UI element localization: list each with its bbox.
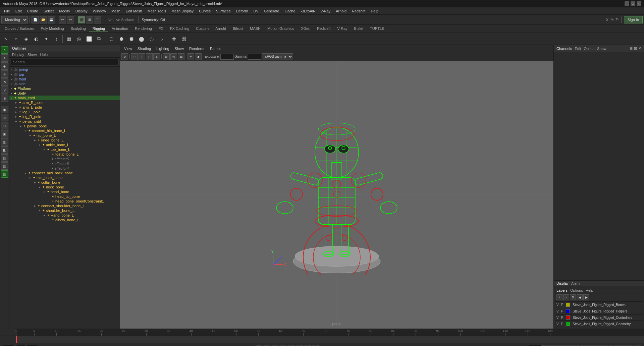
tree-item[interactable]: ✦head_tip_bone [9, 194, 120, 199]
tab-channels[interactable]: Channels [556, 47, 572, 51]
shelf-joint[interactable]: ✦ [42, 34, 51, 44]
layer-item[interactable]: V P Steve_Jobs_Figure_Rigged_Bones [555, 302, 643, 308]
tree-item[interactable]: ▸◆Platform [9, 86, 120, 91]
menu-3dtoall[interactable]: -3DtoAll- [298, 8, 318, 14]
delete-layer-btn[interactable]: - [563, 294, 569, 300]
menu-cache[interactable]: Cache [282, 8, 298, 14]
menu-generate[interactable]: Generate [261, 8, 282, 14]
tab-poly-modeling[interactable]: Poly Modeling [37, 25, 67, 32]
layer-p[interactable]: P [561, 303, 564, 307]
vp-menu-view[interactable]: View [121, 46, 135, 51]
menu-edit[interactable]: Edit [13, 8, 24, 14]
shelf-sphere[interactable]: ◎ [74, 34, 84, 44]
menu-mesh-tools[interactable]: Mesh Tools [145, 8, 169, 14]
tab-display[interactable]: Display [556, 281, 569, 285]
tab-sculpting[interactable]: Sculpting [67, 25, 89, 32]
nd-editor[interactable]: ▦ [1, 170, 8, 178]
tab-motion-graphics[interactable]: Motion Graphics [264, 25, 298, 32]
tab-anim[interactable]: Anim [571, 281, 580, 285]
shelf-box-sel[interactable]: ▦ [64, 34, 73, 44]
scale-tool[interactable]: ⤢ [1, 86, 8, 94]
tree-item[interactable]: ●effector5 [9, 157, 120, 161]
menu-modify[interactable]: Modify [56, 8, 72, 14]
menu-file[interactable]: File [1, 8, 13, 14]
layer-options-btn[interactable]: ⚙ [570, 294, 576, 300]
tab-rigging[interactable]: Rigging [89, 25, 108, 32]
menu-deform[interactable]: Deform [233, 8, 251, 14]
rp-icon-float[interactable]: ⊡ [634, 46, 637, 51]
vp-top[interactable]: T [139, 53, 145, 60]
tree-item[interactable]: ▸✦knee_bone_L [9, 138, 120, 142]
tab-bullet[interactable]: Bullet [351, 25, 367, 32]
open-button[interactable]: 📂 [40, 16, 47, 23]
anim-prefs-btn[interactable]: ⚙ [635, 345, 641, 346]
vp-side[interactable]: S [153, 53, 160, 60]
gamma-profile-select[interactable]: sRGB gamma [262, 53, 293, 60]
tree-item[interactable]: ▸🎥top [9, 72, 120, 77]
timeline-scrub[interactable] [16, 336, 550, 343]
layers-tab[interactable]: Layers [556, 288, 568, 292]
tree-item[interactable]: ▸◆Body [9, 91, 120, 96]
vp-menu-renderer[interactable]: Renderer [186, 46, 207, 51]
play-btn[interactable]: ▶ [280, 345, 286, 346]
tree-item[interactable]: ▸✦main_cntrl [9, 96, 120, 100]
vp-menu-shading[interactable]: Shading [135, 46, 154, 51]
trax-editor[interactable]: ▤ [1, 154, 8, 162]
prev-key-btn[interactable]: |◀ [264, 345, 270, 346]
vp-front[interactable]: F [146, 53, 153, 60]
tab-mash[interactable]: MASH [247, 25, 264, 32]
snap-curve-button[interactable]: ⌒ [94, 16, 101, 23]
vp-smooth[interactable]: ◎ [170, 53, 177, 60]
vp-menu-panels[interactable]: Panels [207, 46, 224, 51]
tree-item[interactable]: ▸🎥persp [9, 67, 120, 72]
vp-textured[interactable]: ▦ [178, 53, 184, 60]
tree-item[interactable]: ▸✦arm_R_pole [9, 100, 120, 105]
shelf-weight[interactable]: ⬣ [127, 34, 136, 44]
outliner-menu-show[interactable]: Show [28, 53, 37, 57]
shelf-deform[interactable]: ⬦ [157, 34, 166, 44]
frame-start-input[interactable]: 1 [3, 345, 15, 346]
layer-p[interactable]: P [561, 322, 564, 326]
tree-item[interactable]: ▸🎥front [9, 77, 120, 81]
tab-fx-caching[interactable]: FX Caching [167, 25, 193, 32]
tree-item[interactable]: ▸🎥side [9, 81, 120, 86]
menu-window[interactable]: Window [90, 8, 109, 14]
tab-custom[interactable]: Custom [193, 25, 212, 32]
frame-current-input[interactable]: 1 [16, 345, 25, 346]
tab-arnold[interactable]: Arnold [212, 25, 229, 32]
soft-sel[interactable]: ◉ [1, 106, 8, 113]
show-manipulator[interactable]: ⊕ [1, 95, 8, 102]
layer-v[interactable]: V [556, 316, 559, 320]
menu-create[interactable]: Create [24, 8, 41, 14]
history[interactable]: ⊡ [1, 122, 8, 129]
fps-select[interactable]: 24 fps [614, 345, 633, 346]
tab-object[interactable]: Object [584, 47, 594, 51]
rotate-tool[interactable]: ↻ [1, 78, 8, 86]
layer-v[interactable]: V [556, 322, 559, 326]
shelf-cube[interactable]: ⬜ [84, 34, 94, 44]
menu-display[interactable]: Display [73, 8, 90, 14]
layer-item[interactable]: V P Steve_Jobs_Figure_Rigged_Helpers [555, 308, 643, 314]
undo-button[interactable]: ↩ [59, 16, 66, 23]
tree-item[interactable]: ▸✦pelvis_bone [9, 124, 120, 128]
tab-rendering[interactable]: Rendering [131, 25, 155, 32]
menu-help[interactable]: Help [368, 8, 381, 14]
tab-curves-surfaces[interactable]: Curves / Surfaces [1, 25, 37, 32]
help-tab[interactable]: Help [586, 288, 593, 292]
exposure-input[interactable]: 0.00 [220, 54, 234, 60]
layer-v[interactable]: V [556, 303, 559, 307]
rp-icon-expand[interactable]: ⊞ [630, 46, 633, 51]
tree-item[interactable]: ▸✦pelvis_cntrl [9, 119, 120, 124]
tree-item[interactable]: ▸✦Hand_bone_L [9, 213, 120, 218]
sign-in-button[interactable]: Sign In [624, 16, 643, 23]
select-mode-button[interactable]: ⬛ [78, 16, 85, 23]
layer-p[interactable]: P [561, 309, 564, 313]
snap[interactable]: ⊞ [1, 114, 8, 121]
skip-end-btn[interactable]: ▶▶| [304, 345, 311, 346]
tree-item[interactable]: ●effector6 [9, 161, 120, 166]
menu-vray[interactable]: V-Ray [318, 8, 333, 14]
loop-btn[interactable]: ⟲ [312, 345, 319, 346]
snap-grid-button[interactable]: ⊞ [86, 16, 93, 23]
rp-icon-close[interactable]: ✕ [638, 46, 641, 51]
shelf-ctrl[interactable]: ◌ [147, 34, 156, 44]
